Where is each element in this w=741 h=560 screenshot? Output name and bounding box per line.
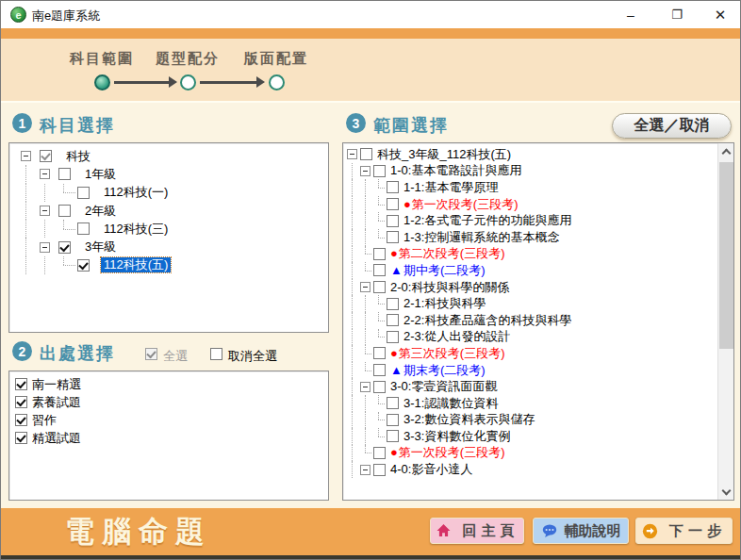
tree-checkbox[interactable] [387, 215, 399, 227]
tree-checkbox[interactable] [58, 168, 71, 180]
tree-checkbox[interactable] [373, 248, 386, 260]
tree-label[interactable]: 1-2:各式電子元件的功能與應用 [401, 213, 574, 228]
tree-guide-line [347, 163, 360, 180]
tree-connector [373, 428, 387, 445]
tree-label[interactable]: 2-1:科技與科學 [401, 296, 488, 311]
tree-checkbox[interactable] [387, 397, 399, 409]
tree-label[interactable]: ▲期中考(二段考) [387, 263, 488, 278]
tree-checkbox[interactable] [387, 181, 399, 193]
tree-guide-line [360, 395, 373, 412]
tree-label[interactable]: 3-1:認識數位資料 [401, 396, 501, 411]
tree-guide-line [347, 295, 360, 312]
tree-checkbox[interactable] [373, 447, 386, 459]
tree-checkbox[interactable] [77, 187, 90, 199]
tree-label[interactable]: ●第三次段考(三段考) [387, 346, 508, 361]
tree-checkbox[interactable] [58, 241, 71, 254]
next-step-button[interactable]: 下一步 [635, 518, 733, 544]
collapse-toggle-icon[interactable] [40, 242, 50, 253]
source-label[interactable]: 精選試題 [32, 430, 81, 447]
collapse-toggle-icon[interactable] [21, 151, 31, 161]
scrollbar-thumb[interactable] [719, 162, 733, 349]
collapse-toggle-icon[interactable] [360, 465, 370, 475]
tree-label[interactable]: 4-0:影音小達人 [387, 462, 475, 477]
tree-checkbox[interactable] [387, 414, 399, 426]
maximize-button[interactable]: ❐ [661, 1, 693, 28]
tree-checkbox[interactable] [77, 222, 90, 235]
tree-checkbox[interactable] [373, 464, 386, 476]
close-button[interactable]: ✕ [704, 1, 736, 28]
scroll-down-icon[interactable] [718, 485, 734, 500]
minimize-button[interactable]: – [615, 1, 647, 28]
tree-label[interactable]: 1年級 [82, 167, 119, 182]
source-label[interactable]: 習作 [32, 412, 57, 429]
tree-label[interactable]: 2-0:科技與科學的關係 [387, 280, 512, 295]
tree-checkbox[interactable] [373, 347, 386, 359]
tree-label[interactable]: 2年級 [82, 204, 119, 219]
tree-label[interactable]: ●第一次段考(三段考) [401, 197, 521, 212]
tree-guide-line [347, 179, 360, 196]
step-circle-3[interactable] [269, 74, 285, 91]
tree-label[interactable]: 3年級 [82, 239, 119, 255]
tree-label[interactable]: 3-2:數位資料表示與儲存 [401, 412, 537, 427]
tree-checkbox[interactable] [373, 264, 386, 276]
deselect-all-checkbox[interactable] [210, 348, 222, 360]
tree-label[interactable]: 112科技(五) [101, 257, 171, 272]
tree-guide-line [40, 184, 58, 202]
tree-checkbox[interactable] [387, 331, 399, 343]
step-circle-1-active[interactable] [94, 74, 110, 91]
collapse-toggle-icon[interactable] [360, 282, 370, 292]
source-checkbox[interactable] [15, 396, 27, 408]
tree-checkbox[interactable] [58, 205, 71, 217]
tree-checkbox[interactable] [40, 150, 52, 162]
tree-label[interactable]: 2-3:從人出發的設計 [401, 329, 513, 344]
tree-checkbox[interactable] [77, 259, 90, 272]
tree-label[interactable]: 3-0:零壹資訊面面觀 [387, 379, 500, 394]
tree-label[interactable]: ▲期末考(二段考) [387, 363, 488, 378]
source-checkbox[interactable] [15, 432, 27, 444]
select-all-checkbox[interactable] [145, 348, 157, 360]
tree-label[interactable]: 3-3:資料數位化實例 [401, 429, 513, 444]
tree-label[interactable]: ●第一次段考(三段考) [387, 445, 508, 460]
tree-guide-line [347, 362, 360, 379]
tree-label[interactable]: 科技_3年級_112科技(五) [374, 147, 514, 162]
tree-label[interactable]: 1-1:基本電學原理 [401, 180, 501, 195]
tree-row: 1-3:控制邏輯系統的基本概念 [347, 229, 716, 246]
tree-label[interactable]: ●第二次段考(三段考) [387, 246, 508, 261]
tree-checkbox[interactable] [387, 430, 399, 442]
vertical-scrollbar[interactable] [717, 143, 733, 500]
tree-guide-line [347, 345, 360, 362]
tree-guide-line [360, 428, 373, 445]
tree-checkbox[interactable] [387, 231, 399, 243]
tree-checkbox[interactable] [373, 281, 386, 293]
collapse-toggle-icon[interactable] [40, 169, 50, 179]
tree-checkbox[interactable] [373, 381, 386, 393]
tree-checkbox[interactable] [373, 165, 386, 177]
select-all-toggle-button[interactable]: 全選／取消 [612, 113, 732, 139]
collapse-toggle-icon[interactable] [360, 382, 370, 392]
source-checkbox[interactable] [15, 414, 27, 426]
tree-label[interactable]: 2-2:科技產品蘊含的科技與科學 [401, 313, 574, 328]
tree-guide-line [347, 329, 360, 346]
source-checkbox[interactable] [15, 378, 27, 390]
tree-checkbox[interactable] [387, 198, 399, 210]
source-label[interactable]: 素養試題 [32, 394, 81, 411]
tree-label[interactable]: 1-3:控制邏輯系統的基本概念 [401, 230, 562, 245]
tree-checkbox[interactable] [373, 364, 386, 376]
collapse-toggle-icon[interactable] [347, 149, 357, 159]
home-button[interactable]: 回主頁 [430, 518, 524, 544]
source-label[interactable]: 南一精選 [32, 376, 81, 393]
collapse-toggle-icon[interactable] [360, 166, 370, 176]
tree-checkbox[interactable] [387, 314, 399, 326]
step-circle-2[interactable] [180, 74, 196, 91]
collapse-toggle-icon[interactable] [40, 206, 50, 216]
help-button[interactable]: 輔助說明 [533, 518, 629, 544]
tree-label[interactable]: 112科技(三) [101, 222, 171, 237]
tree-label[interactable]: 1-0:基本電路設計與應用 [387, 163, 524, 178]
tree-label[interactable]: 112科技(一) [101, 185, 171, 200]
tree-checkbox[interactable] [360, 148, 372, 160]
tree-checkbox[interactable] [387, 298, 399, 310]
tree-row: 2-2:科技產品蘊含的科技與科學 [347, 312, 716, 329]
tree-label[interactable]: 科技 [63, 149, 93, 164]
deselect-all-label: 取消全選 [228, 348, 277, 365]
scroll-up-icon[interactable] [718, 143, 734, 158]
